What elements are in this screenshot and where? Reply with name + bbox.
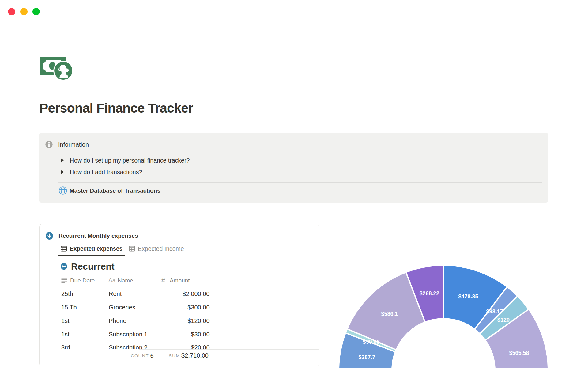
svg-text:$586.1: $586.1 [381, 311, 398, 317]
svg-text:$98.17: $98.17 [486, 309, 503, 315]
svg-text:$268.22: $268.22 [419, 290, 439, 297]
svg-text:$30.68: $30.68 [363, 339, 379, 345]
svg-text:$565.58: $565.58 [509, 350, 529, 356]
svg-text:$120: $120 [497, 317, 510, 323]
svg-text:$478.35: $478.35 [458, 293, 478, 300]
svg-text:$287.7: $287.7 [358, 354, 375, 360]
